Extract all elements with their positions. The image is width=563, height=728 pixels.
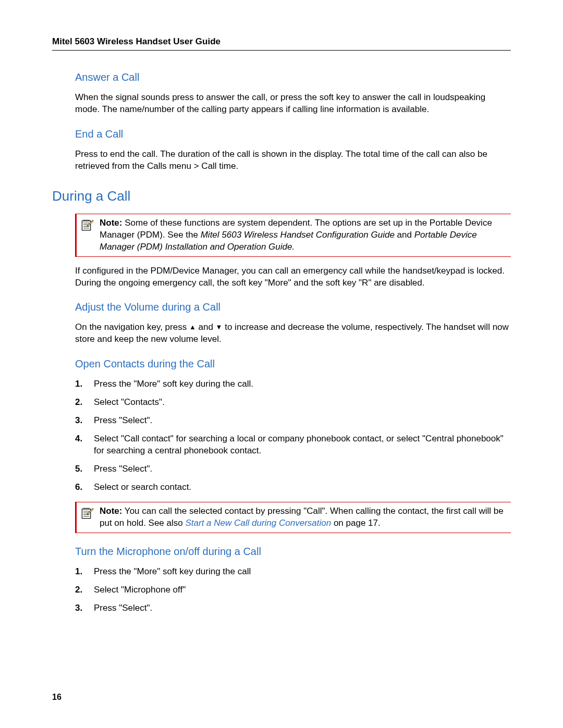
svg-rect-0	[82, 221, 90, 230]
note-label: Note:	[100, 506, 122, 516]
para-end-call: Press to end the call. The duration of t…	[75, 149, 511, 172]
list-item: Press "Select".	[75, 602, 511, 614]
down-arrow-icon: ▼	[216, 323, 223, 331]
svg-rect-5	[82, 509, 90, 519]
heading-adjust-volume: Adjust the Volume during a Call	[75, 301, 511, 313]
list-item: Press the "More" soft key during the cal…	[75, 378, 511, 390]
note-part2: and	[395, 230, 414, 240]
heading-during-call: During a Call	[52, 188, 511, 204]
note-icon	[81, 218, 94, 232]
note-icon	[81, 507, 94, 520]
note-text-contacts: Note: You can call the selected contact …	[100, 505, 507, 529]
steps-open-contacts: Press the "More" soft key during the cal…	[75, 378, 511, 493]
para-during-call: If configured in the PDM/Device Manager,…	[75, 265, 511, 289]
note-doc-ref-1: Mitel 5603 Wireless Handset Configuratio…	[201, 230, 395, 240]
note-box-during: Note: Some of these functions are system…	[75, 214, 511, 257]
list-item: Select "Microphone off"	[75, 584, 511, 596]
para-adjust-volume: On the navigation key, press ▲ and ▼ to …	[75, 322, 511, 346]
note-text-during: Note: Some of these functions are system…	[100, 217, 507, 253]
heading-end-call: End a Call	[75, 128, 511, 140]
list-item: Press the "More" soft key during the cal…	[75, 566, 511, 578]
cross-ref-link[interactable]: Start a New Call during Conversation	[185, 518, 331, 528]
list-item: Select "Contacts".	[75, 397, 511, 409]
list-item: Press "Select".	[75, 415, 511, 427]
heading-turn-mic: Turn the Microphone on/off during a Call	[75, 546, 511, 558]
page-number: 16	[52, 693, 62, 702]
heading-answer-call: Answer a Call	[75, 71, 511, 83]
vol-pre: On the navigation key, press	[75, 322, 189, 332]
page: Mitel 5603 Wireless Handset User Guide A…	[0, 0, 563, 728]
running-header: Mitel 5603 Wireless Handset User Guide	[52, 36, 511, 51]
para-answer-call: When the signal sounds press to answer t…	[75, 92, 511, 116]
content-area: Answer a Call When the signal sounds pre…	[52, 71, 511, 614]
note-box-contacts: Note: You can call the selected contact …	[75, 502, 511, 533]
list-item: Press "Select".	[75, 463, 511, 475]
list-item: Select "Call contact" for searching a lo…	[75, 433, 511, 457]
note-label: Note:	[100, 218, 122, 228]
vol-mid: and	[196, 322, 216, 332]
steps-turn-mic: Press the "More" soft key during the cal…	[75, 566, 511, 614]
list-item: Select or search contact.	[75, 482, 511, 493]
up-arrow-icon: ▲	[189, 323, 196, 331]
heading-open-contacts: Open Contacts during the Call	[75, 358, 511, 370]
note-part2: on page 17.	[331, 518, 381, 528]
